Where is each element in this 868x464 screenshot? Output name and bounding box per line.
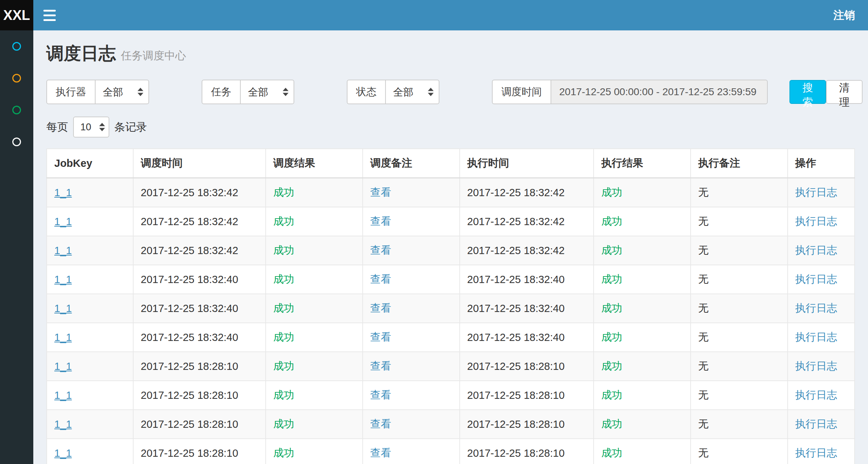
app-logo[interactable]: XXL	[0, 0, 33, 30]
table-row: 1_1 2017-12-25 18:28:10 成功 查看 2017-12-25…	[47, 381, 855, 410]
table-row: 1_1 2017-12-25 18:32:40 成功 查看 2017-12-25…	[47, 294, 855, 323]
filter-time-group: 调度时间	[492, 80, 768, 104]
trigger-time-cell: 2017-12-25 18:28:10	[133, 410, 266, 439]
view-trigger-msg-link[interactable]: 查看	[370, 389, 391, 401]
sidebar-item-job-manage[interactable]	[0, 62, 33, 94]
page-size-select[interactable]: 10	[73, 117, 109, 138]
jobkey-link[interactable]: 1_1	[54, 360, 72, 372]
trigger-msg-cell: 查看	[363, 381, 460, 410]
filter-executor-select[interactable]: 全部	[95, 80, 149, 104]
sidebar-toggle-icon[interactable]	[33, 0, 66, 30]
view-trigger-msg-link[interactable]: 查看	[370, 302, 391, 314]
clear-button[interactable]: 清理	[826, 80, 863, 104]
jobkey-link[interactable]: 1_1	[54, 187, 72, 198]
table-header-row: JobKey 调度时间 调度结果 调度备注 执行时间 执行结果 执行备注 操作	[47, 149, 855, 178]
handle-msg-cell: 无	[691, 207, 788, 236]
jobkey-link[interactable]: 1_1	[54, 245, 72, 256]
trigger-result-cell: 成功	[266, 439, 363, 464]
logout-link[interactable]: 注销	[820, 0, 868, 30]
trigger-result-cell: 成功	[266, 352, 363, 381]
handle-result-cell: 成功	[594, 381, 691, 410]
jobkey-link[interactable]: 1_1	[54, 274, 72, 285]
view-trigger-msg-link[interactable]: 查看	[370, 244, 391, 256]
jobkey-link[interactable]: 1_1	[54, 447, 72, 459]
page-header: 调度日志 任务调度中心	[46, 42, 855, 65]
action-cell: 执行日志	[788, 323, 855, 352]
jobkey-cell: 1_1	[47, 352, 133, 381]
page-size-row: 每页 10 条记录	[46, 117, 855, 138]
handle-time-cell: 2017-12-25 18:28:10	[460, 410, 594, 439]
filter-row: 执行器 全部 任务 全部 状态 全部	[46, 80, 855, 104]
action-cell: 执行日志	[788, 352, 855, 381]
jobkey-link[interactable]: 1_1	[54, 216, 72, 227]
filter-executor-group: 执行器 全部	[46, 80, 149, 104]
table-row: 1_1 2017-12-25 18:28:10 成功 查看 2017-12-25…	[47, 352, 855, 381]
handle-time-cell: 2017-12-25 18:32:42	[460, 178, 594, 207]
top-navbar: XXL 注销	[0, 0, 868, 30]
col-trigger-time: 调度时间	[133, 149, 266, 178]
jobkey-link[interactable]: 1_1	[54, 332, 72, 343]
search-button[interactable]: 搜索	[789, 80, 826, 104]
exec-log-link[interactable]: 执行日志	[795, 215, 837, 227]
col-handle-result: 执行结果	[594, 149, 691, 178]
handle-result-cell: 成功	[594, 352, 691, 381]
log-table-body: 1_1 2017-12-25 18:32:42 成功 查看 2017-12-25…	[47, 178, 855, 464]
table-row: 1_1 2017-12-25 18:28:10 成功 查看 2017-12-25…	[47, 439, 855, 464]
view-trigger-msg-link[interactable]: 查看	[370, 447, 391, 459]
view-trigger-msg-link[interactable]: 查看	[370, 215, 391, 227]
page-size-suffix: 条记录	[114, 120, 147, 135]
exec-log-link[interactable]: 执行日志	[795, 273, 837, 285]
jobkey-cell: 1_1	[47, 410, 133, 439]
exec-log-link[interactable]: 执行日志	[795, 360, 837, 372]
exec-log-link[interactable]: 执行日志	[795, 418, 837, 430]
sidebar-item-help[interactable]	[0, 126, 33, 158]
filter-status-select[interactable]: 全部	[385, 80, 439, 104]
exec-log-link[interactable]: 执行日志	[795, 302, 837, 314]
exec-log-link[interactable]: 执行日志	[795, 331, 837, 343]
view-trigger-msg-link[interactable]: 查看	[370, 186, 391, 198]
trigger-result-cell: 成功	[266, 381, 363, 410]
trigger-msg-cell: 查看	[363, 323, 460, 352]
exec-log-link[interactable]: 执行日志	[795, 389, 837, 401]
jobkey-link[interactable]: 1_1	[54, 418, 72, 430]
handle-msg-cell: 无	[691, 439, 788, 464]
trigger-time-cell: 2017-12-25 18:32:42	[133, 207, 266, 236]
trigger-time-range-input[interactable]	[551, 80, 768, 104]
view-trigger-msg-link[interactable]: 查看	[370, 273, 391, 285]
exec-log-link[interactable]: 执行日志	[795, 447, 837, 459]
sidebar-item-job-log[interactable]	[0, 94, 33, 126]
handle-time-cell: 2017-12-25 18:32:40	[460, 265, 594, 294]
jobkey-link[interactable]: 1_1	[54, 389, 72, 401]
trigger-result-cell: 成功	[266, 323, 363, 352]
view-trigger-msg-link[interactable]: 查看	[370, 360, 391, 372]
handle-msg-cell: 无	[691, 410, 788, 439]
action-cell: 执行日志	[788, 178, 855, 207]
handle-result-cell: 成功	[594, 207, 691, 236]
jobkey-cell: 1_1	[47, 178, 133, 207]
page-title: 调度日志	[46, 42, 116, 65]
view-trigger-msg-link[interactable]: 查看	[370, 418, 391, 430]
jobkey-link[interactable]: 1_1	[54, 303, 72, 314]
trigger-msg-cell: 查看	[363, 410, 460, 439]
exec-log-link[interactable]: 执行日志	[795, 186, 837, 198]
trigger-result-cell: 成功	[266, 207, 363, 236]
filter-job-select[interactable]: 全部	[240, 80, 294, 104]
handle-time-cell: 2017-12-25 18:32:42	[460, 236, 594, 265]
trigger-msg-cell: 查看	[363, 236, 460, 265]
filter-status-group: 状态 全部	[347, 80, 439, 104]
jobkey-cell: 1_1	[47, 265, 133, 294]
handle-result-cell: 成功	[594, 178, 691, 207]
handle-msg-cell: 无	[691, 352, 788, 381]
log-table-wrap: JobKey 调度时间 调度结果 调度备注 执行时间 执行结果 执行备注 操作 …	[46, 148, 855, 464]
handle-time-cell: 2017-12-25 18:28:10	[460, 381, 594, 410]
handle-time-cell: 2017-12-25 18:32:40	[460, 294, 594, 323]
filter-time-label: 调度时间	[492, 80, 551, 104]
sidebar-item-dashboard[interactable]	[0, 30, 33, 62]
trigger-msg-cell: 查看	[363, 439, 460, 464]
circle-outline-icon	[12, 106, 21, 114]
col-trigger-msg: 调度备注	[363, 149, 460, 178]
trigger-result-cell: 成功	[266, 178, 363, 207]
exec-log-link[interactable]: 执行日志	[795, 244, 837, 256]
view-trigger-msg-link[interactable]: 查看	[370, 331, 391, 343]
handle-msg-cell: 无	[691, 265, 788, 294]
